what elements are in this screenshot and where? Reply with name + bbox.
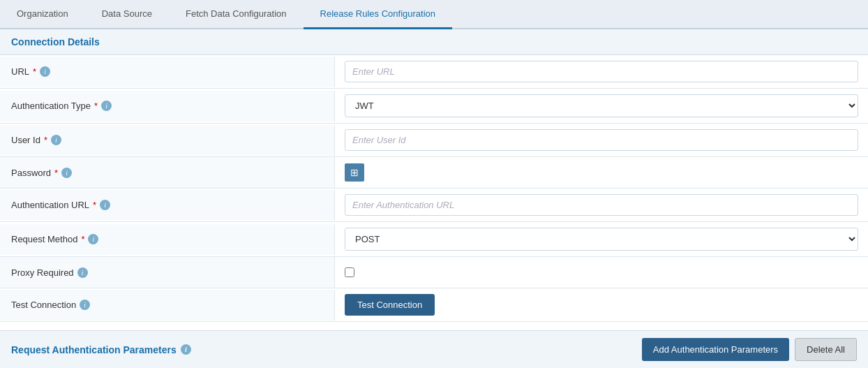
- form-row-test-connection: Test Connection iTest Connection: [0, 288, 868, 322]
- tab-fetch-data[interactable]: Fetch Data Configuration: [169, 0, 304, 28]
- checkbox-proxy-required[interactable]: [345, 267, 354, 277]
- info-icon-request-method: i: [88, 234, 98, 244]
- tab-release-rules[interactable]: Release Rules Configuration: [304, 0, 452, 29]
- label-proxy-required: Proxy Required i: [0, 257, 335, 288]
- tab-bar: OrganizationData SourceFetch Data Config…: [0, 0, 868, 29]
- test-connection-button[interactable]: Test Connection: [345, 294, 435, 316]
- input-auth-url[interactable]: [345, 194, 858, 216]
- select-auth-type[interactable]: JWTBasicOAuth: [345, 94, 858, 117]
- form-row-user-id: User Id* i: [0, 124, 868, 157]
- control-test-connection: Test Connection: [335, 288, 868, 321]
- required-marker: *: [33, 66, 36, 77]
- form-row-request-method: Request Method* iPOSTGETPUT: [0, 222, 868, 257]
- form-row-auth-url: Authentication URL* i: [0, 189, 868, 222]
- info-icon-proxy-required: i: [77, 267, 88, 278]
- required-marker: *: [54, 168, 58, 178]
- control-url: [335, 55, 868, 88]
- info-icon-test-connection: i: [80, 300, 90, 310]
- control-auth-url: [335, 189, 868, 221]
- required-marker: *: [81, 234, 84, 244]
- info-icon-auth-url: i: [100, 200, 110, 210]
- connection-details-form: Connection Details URL* iAuthentication …: [0, 29, 868, 322]
- control-request-method: POSTGETPUT: [335, 222, 868, 256]
- connection-details-title: Connection Details: [0, 29, 868, 55]
- tab-organization[interactable]: Organization: [0, 0, 85, 28]
- tab-data-source[interactable]: Data Source: [85, 0, 169, 28]
- control-proxy-required: [335, 262, 868, 283]
- form-row-url: URL* i: [0, 55, 868, 89]
- input-url[interactable]: [345, 61, 858, 82]
- input-user-id[interactable]: [345, 129, 858, 151]
- control-auth-type: JWTBasicOAuth: [335, 89, 868, 123]
- label-auth-url: Authentication URL* i: [0, 190, 335, 221]
- control-password: ⊞: [335, 158, 868, 187]
- form-row-proxy-required: Proxy Required i: [0, 257, 868, 288]
- required-marker: *: [94, 101, 98, 111]
- password-icon[interactable]: ⊞: [345, 163, 364, 182]
- select-request-method[interactable]: POSTGETPUT: [345, 228, 858, 251]
- form-row-password: Password* i⊞: [0, 157, 868, 189]
- info-icon-password: i: [61, 168, 72, 178]
- label-auth-type: Authentication Type* i: [0, 91, 335, 122]
- label-test-connection: Test Connection i: [0, 290, 335, 321]
- info-icon-user-id: i: [51, 135, 61, 145]
- info-icon-auth-type: i: [101, 101, 112, 111]
- label-user-id: User Id* i: [0, 125, 335, 156]
- label-url: URL* i: [0, 57, 335, 87]
- form-row-auth-type: Authentication Type* iJWTBasicOAuth: [0, 89, 868, 124]
- label-request-method: Request Method* i: [0, 224, 335, 255]
- required-marker: *: [44, 135, 47, 145]
- label-password: Password* i: [0, 157, 335, 188]
- required-marker: *: [93, 200, 96, 210]
- info-icon-url: i: [40, 66, 50, 77]
- control-user-id: [335, 124, 868, 156]
